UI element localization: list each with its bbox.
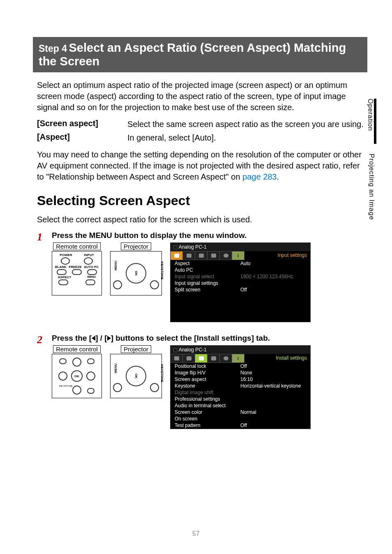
intro-text: Select an optimum aspect ratio of the pr… (37, 80, 367, 113)
osd-title: ⬚ Analog PC-1 (171, 346, 310, 354)
osd-row: Digital image shift (171, 389, 310, 396)
def-label: [Aspect] (37, 132, 127, 143)
step-header: Step 4 Select an Aspect Ratio (Screen As… (33, 37, 367, 72)
osd-title: ⬚ Analog PC-1 (171, 243, 310, 251)
osd-row: Audio in terminal select (171, 402, 310, 409)
menu-button-icon (87, 358, 95, 364)
osd-row: Input signal settings (171, 280, 310, 286)
left-button-icon (58, 372, 67, 381)
ok-button-icon: OK (71, 370, 83, 382)
exit-button-icon (87, 388, 95, 394)
keystone-label: KEYSTONE (59, 385, 68, 394)
section-heading: Selecting Screen Aspect (37, 193, 367, 208)
osd-heading: Input settings (274, 251, 310, 260)
osd-heading: Install settings (272, 354, 310, 363)
osd-install-settings: ⬚ Analog PC-1 i Install settings Positio… (170, 345, 311, 429)
page-number: 57 (0, 530, 392, 538)
def-value: Select the same screen aspect ratio as t… (127, 119, 364, 130)
figure-label-remote: Remote control (53, 242, 101, 250)
right-button-icon (86, 372, 95, 381)
osd-tab-selected (171, 252, 183, 260)
left-arrow-icon (92, 336, 95, 341)
osd-row: Positional lockOff (171, 363, 310, 369)
remote-control-figure: POWERINPUT BLANKFREEZEAUTO PC ASPECTMENU (52, 251, 102, 295)
osd-row: AspectAuto (171, 260, 310, 267)
def-label: [Screen aspect] (37, 119, 127, 130)
projector-figure: MENU KEYSTONE (110, 354, 162, 398)
up-button-icon (72, 358, 81, 367)
step-instruction: Press the MENU button to display the men… (52, 231, 367, 240)
def-aspect: [Aspect] In general, select [Auto]. (37, 132, 367, 143)
input-icon (84, 257, 93, 265)
step-1: 1 Press the MENU button to display the m… (37, 231, 367, 322)
osd-row: Screen colorNormal (171, 409, 310, 416)
def-value: In general, select [Auto]. (127, 132, 216, 143)
dpad-icon (126, 263, 146, 284)
menu-button-icon (113, 383, 122, 392)
keystone-button-icon (150, 383, 159, 392)
osd-row: Split screenOff (171, 286, 310, 293)
osd-tab-selected (195, 354, 208, 362)
dpad-icon (126, 366, 146, 386)
side-tab-projecting: Projecting an Image (368, 154, 375, 220)
figure-label-remote: Remote control (53, 345, 101, 353)
down-button-icon (72, 385, 81, 395)
note-text: You may need to change the setting depen… (37, 149, 367, 182)
osd-input-settings: ⬚ Analog PC-1 i Input settings AspectAut… (170, 242, 311, 322)
side-tabs: Operation Projecting an Image (367, 99, 376, 220)
aspect-button-icon (59, 358, 67, 364)
step-number: 1 (37, 231, 52, 243)
step-number: 2 (37, 334, 52, 346)
step-number: Step 4 (39, 43, 67, 54)
step-instruction: Press the [] / [] buttons to select the … (52, 334, 367, 343)
projector-figure: MENU KEYSTONE (110, 251, 162, 295)
osd-row: Screen aspect16:10 (171, 376, 310, 383)
page-link[interactable]: page 283 (242, 172, 277, 181)
figure-label-projector: Projector (121, 345, 151, 353)
remote-control-dpad-figure: OK KEYSTONE (52, 354, 102, 398)
menu-button-icon (113, 280, 122, 289)
step-title: Select an Aspect Ratio (Screen Aspect) M… (39, 41, 346, 68)
osd-row: Image flip H/VNone (171, 369, 310, 376)
figure-label-projector: Projector (121, 242, 151, 250)
osd-row: Professional settings (171, 396, 310, 402)
def-screen-aspect: [Screen aspect] Select the same screen a… (37, 119, 367, 130)
osd-row: Auto PC (171, 267, 310, 273)
step-2: 2 Press the [] / [] buttons to select th… (37, 334, 367, 429)
keystone-button-icon (150, 280, 159, 289)
side-tab-operation: Operation (367, 99, 374, 149)
osd-row: KeystoneHorizontal-vertical keystone (171, 383, 310, 389)
osd-row: Input signal select1900 × 1200 123.456Hz (171, 273, 310, 280)
osd-row: On screen (171, 416, 310, 422)
right-arrow-icon (107, 336, 111, 341)
section-subtext: Select the correct aspect ratio for the … (37, 214, 367, 225)
osd-row: Test patternOff (171, 422, 310, 429)
power-icon (61, 257, 70, 265)
